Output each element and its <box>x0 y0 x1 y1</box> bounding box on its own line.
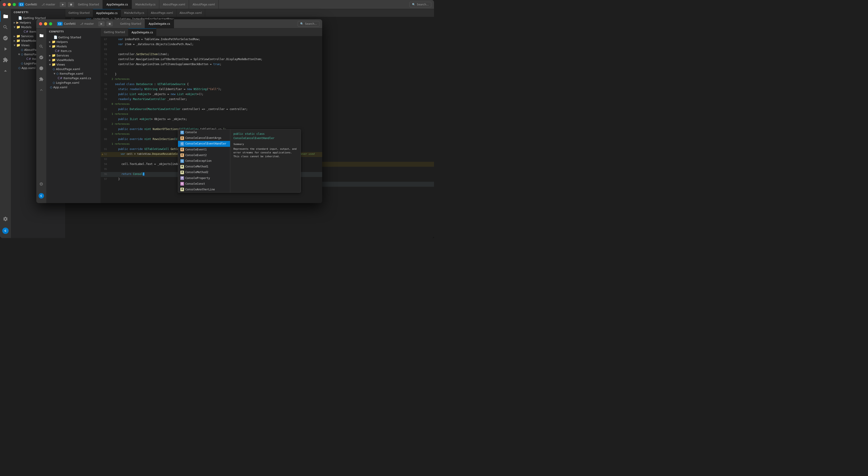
fw-sidebar-viewmodels[interactable]: ▶ 📁 ViewModels <box>46 58 100 62</box>
ac-item-anotherline[interactable]: M ConsoleAnotherLine <box>178 187 230 192</box>
ac-event-icon: E <box>180 153 184 157</box>
folder-icon: 📁 <box>52 58 56 62</box>
avatar[interactable]: C <box>0 225 11 236</box>
close-button[interactable] <box>3 3 6 6</box>
tab-mainactivity[interactable]: MainActivity.cs <box>132 0 159 9</box>
fw-sidebar-aboutpage[interactable]: ◇ AboutPage.xaml <box>46 67 100 71</box>
search-placeholder: Search... <box>417 3 429 6</box>
fw-sidebar-appxaml[interactable]: ◇ App.xaml <box>46 85 100 89</box>
ac-item-const[interactable]: K ConsoleConst <box>178 181 230 187</box>
fw-titlebar: {} Confetti ⎇ master ▶ ■ Getting Started… <box>36 19 322 28</box>
folder-icon: 📁 <box>52 54 56 57</box>
fw-branch-name: master <box>84 22 94 25</box>
folder-icon: 📁 <box>16 43 20 47</box>
minimize-button[interactable] <box>8 3 11 6</box>
fw-play-button[interactable]: ▶ <box>98 21 104 26</box>
branch-indicator[interactable]: ⎇ master <box>41 3 55 6</box>
search-box[interactable]: 🔍 Search... <box>409 2 431 7</box>
activity-search[interactable] <box>0 22 11 33</box>
ac-method-icon: M <box>180 188 184 191</box>
ac-method-icon: M <box>180 165 184 168</box>
fw-code-editor[interactable]: 67 var indexPath = TableView.IndexPathFo… <box>101 36 322 203</box>
fw-sidebar-loginpage[interactable]: ◇ LoginPage.xaml <box>46 80 100 85</box>
ac-item-property[interactable]: P ConsoleProperty <box>178 176 230 181</box>
fw-tab-appdelegate[interactable]: AppDelegate.cs <box>145 19 174 28</box>
fw-activity-merge[interactable] <box>36 85 47 96</box>
ac-class-icon: C <box>180 159 184 163</box>
fw-code-line: 67 var indexPath = TableView.IndexPathFo… <box>101 37 322 42</box>
ac-item-console[interactable]: C Console <box>178 130 230 135</box>
fullscreen-button[interactable] <box>13 3 16 6</box>
file-icon: 📄 <box>18 16 22 20</box>
fw-search-box[interactable]: 🔍 Search... <box>298 21 319 27</box>
arrow-icon: ▼ <box>17 53 21 56</box>
file-icon: C# <box>58 76 63 80</box>
ac-item-method1[interactable]: M ConsoleMethod1 <box>178 164 230 169</box>
item-label: Services <box>21 34 34 38</box>
ac-item-exception[interactable]: C ConsoleException <box>178 158 230 164</box>
fw-etab-getting-started[interactable]: Getting Started <box>101 28 128 36</box>
activity-bar: C <box>0 9 11 238</box>
fw-minimize-button[interactable] <box>44 22 47 25</box>
fw-sidebar-itemspage[interactable]: ▼ ◇ ItemsPage.xaml <box>46 71 100 76</box>
fw-code-line: 73 <box>101 67 322 72</box>
fw-sidebar-helpers[interactable]: ▶ 📁 Helpers <box>46 39 100 44</box>
tab-getting-started[interactable]: Getting Started <box>74 0 103 9</box>
etab-mainactivity[interactable]: MainActivity.cs <box>121 9 148 17</box>
ac-item-event2[interactable]: E ConsoleEvent2 <box>178 153 230 158</box>
play-button[interactable]: ▶ <box>60 2 66 7</box>
fw-sidebar-itemspage-cs[interactable]: C# ItemsPage.xaml.cs <box>46 76 100 80</box>
fw-sidebar-models[interactable]: ▼ 📁 Models <box>46 44 100 49</box>
fw-code-line: 79 readonly MasterViewController _contro… <box>101 97 322 102</box>
ac-item-cancelargs[interactable]: E ConsoleCancelEventArgs <box>178 135 230 141</box>
fw-activity-settings[interactable]: ⚙ <box>36 179 47 189</box>
fw-fullscreen-button[interactable] <box>49 22 52 25</box>
fw-search-icon: 🔍 <box>300 22 304 25</box>
fw-sidebar-getting-started[interactable]: 📄 Getting Started <box>46 35 100 39</box>
item-label: ViewModels <box>21 39 38 42</box>
ac-item-event1[interactable]: E ConsoleEvent1 <box>178 147 230 153</box>
etab-appdelegate[interactable]: AppDelegate.cs <box>93 9 121 17</box>
etab-getting-started[interactable]: Getting Started <box>65 9 93 17</box>
autocomplete-doc: public static class ConsoleCancelEventHa… <box>230 130 301 192</box>
tab-appdelegate[interactable]: AppDelegate.cs <box>103 0 132 9</box>
activity-merge[interactable] <box>0 65 11 76</box>
ac-doc-summary-label: Summary <box>234 142 298 146</box>
activity-extensions[interactable] <box>0 55 11 65</box>
folder-icon: 📁 <box>52 44 56 48</box>
stop-button[interactable]: ■ <box>68 2 74 7</box>
fw-etab-appdelegate[interactable]: AppDelegate.cs <box>128 28 157 36</box>
folder-file-icon: ◇ <box>21 53 23 56</box>
fw-sidebar-services[interactable]: ▶ 📁 Services <box>46 53 100 58</box>
etab-aboutpage2[interactable]: AboutPage.xaml <box>177 9 205 17</box>
activity-run[interactable] <box>0 43 11 55</box>
tab-mainactivity-label: MainActivity.cs <box>135 3 155 6</box>
fw-activity-run[interactable] <box>36 52 47 63</box>
fw-activity-ext[interactable] <box>36 74 47 85</box>
fw-code-line: 83 public IList <object> Objects => _obj… <box>101 117 322 122</box>
fw-project-name: Confetti <box>64 22 76 25</box>
etab-aboutpage[interactable]: AboutPage.xaml <box>148 9 177 17</box>
tab-aboutpage-xaml2[interactable]: AboutPage.xaml <box>189 0 219 9</box>
fw-stop-button[interactable]: ■ <box>106 21 113 26</box>
activity-settings[interactable] <box>0 214 11 224</box>
ac-item-method2[interactable]: M ConsoleMethod2 <box>178 169 230 175</box>
fw-avatar[interactable]: C <box>36 190 47 201</box>
fw-close-button[interactable] <box>39 22 42 25</box>
fw-sidebar-item-cs[interactable]: C# Item.cs <box>46 49 100 53</box>
autocomplete-popup: C Console E ConsoleCancelEventArgs C Con… <box>178 129 301 193</box>
fw-sidebar-views[interactable]: ▼ 📁 Views <box>46 62 100 67</box>
search-icon: 🔍 <box>412 3 415 6</box>
activity-git[interactable] <box>0 33 11 43</box>
activity-files[interactable] <box>0 11 11 22</box>
tab-aboutpage-xaml[interactable]: AboutPage.xaml <box>159 0 189 9</box>
project-icon: {} <box>19 2 24 6</box>
fw-branch-indicator[interactable]: ⎇ master <box>80 22 94 25</box>
fw-project-indicator: {} Confetti <box>57 22 75 26</box>
ac-item-cancelhandler[interactable]: C ConsoleCancelEventHandler <box>178 141 230 147</box>
fw-activity-search[interactable] <box>36 41 47 52</box>
fw-activity-debug[interactable] <box>36 63 47 74</box>
fw-activity-files[interactable] <box>36 30 47 41</box>
fw-code-line: 69 <box>101 47 322 52</box>
fw-tab-getting-started[interactable]: Getting Started <box>116 19 145 28</box>
